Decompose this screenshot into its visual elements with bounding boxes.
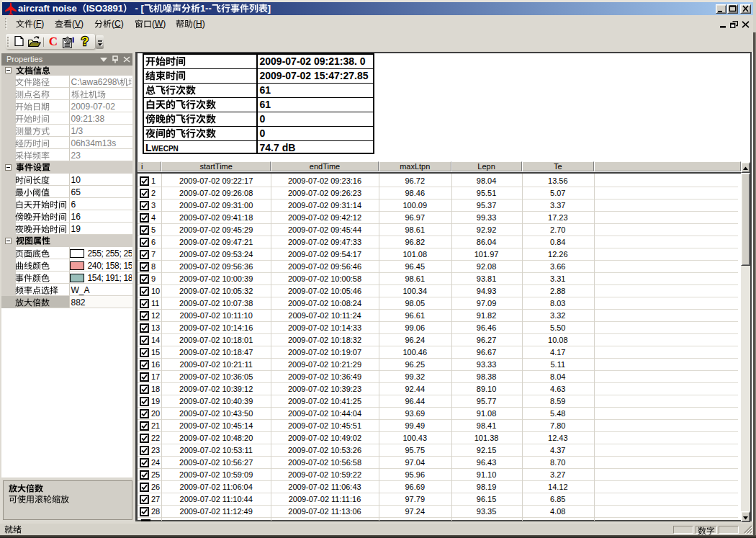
svg-text:?: ? [81,35,89,48]
